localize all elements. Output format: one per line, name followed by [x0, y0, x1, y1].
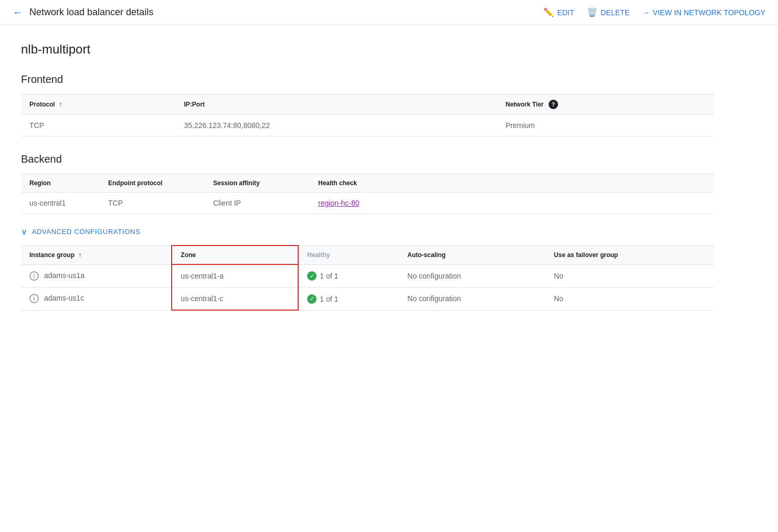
backend-col-endpoint-protocol: Endpoint protocol: [100, 174, 205, 192]
main-content: nlb-multiport Frontend Protocol ↑ IP:Por…: [0, 25, 735, 327]
backend-col-health-check: Health check: [310, 174, 415, 192]
edit-button[interactable]: ✏️ EDIT: [543, 7, 574, 17]
healthy-badge-2: ✓ 1 of 1: [307, 294, 338, 304]
check-circle-icon-2: ✓: [307, 294, 317, 304]
backend-headers: Region Endpoint protocol Session affinit…: [21, 174, 714, 193]
edit-label: EDIT: [558, 8, 574, 17]
instance-auto-scaling-2: No configuration: [399, 288, 545, 311]
top-bar: ← Network load balancer details ✏️ EDIT …: [0, 0, 778, 25]
arrow-right-icon: →: [642, 8, 649, 17]
frontend-protocol: TCP: [21, 115, 176, 136]
instance-zone-1: us-central1-a: [172, 264, 298, 288]
backend-col-region: Region: [21, 174, 100, 192]
top-actions: ✏️ EDIT 🗑️ DELETE → VIEW IN NETWORK TOPO…: [543, 7, 765, 17]
advanced-configurations-label: ADVANCED CONFIGURATIONS: [32, 228, 141, 236]
resource-name: nlb-multiport: [21, 42, 714, 57]
backend-section-title: Backend: [21, 153, 714, 165]
chevron-down-icon: ∨: [21, 227, 28, 237]
backend-col-session-affinity: Session affinity: [205, 174, 310, 192]
advanced-section: ∨ ADVANCED CONFIGURATIONS Instance group…: [21, 227, 714, 311]
page-title: Network load balancer details: [29, 7, 153, 18]
instance-col-auto-scaling: Auto-scaling: [399, 246, 545, 264]
check-circle-icon-1: ✓: [307, 271, 317, 281]
backend-section: Backend Region Endpoint protocol Session…: [21, 153, 714, 214]
info-icon-1[interactable]: i: [29, 271, 39, 281]
view-topology-button[interactable]: → VIEW IN NETWORK TOPOLOGY: [642, 8, 765, 17]
frontend-col-ip-port: IP:Port: [176, 94, 497, 115]
back-arrow-icon: ←: [13, 6, 23, 18]
back-button[interactable]: ←: [13, 6, 23, 18]
backend-row: us-central1 TCP Client IP region-hc-80: [21, 193, 714, 214]
backend-session-affinity: Client IP: [205, 193, 310, 214]
delete-label: DELETE: [601, 8, 629, 17]
network-tier-help-icon[interactable]: ?: [549, 100, 558, 109]
frontend-row: TCP 35.226.123.74:80,8080,22 Premium: [21, 115, 714, 136]
info-icon-2[interactable]: i: [29, 294, 39, 303]
instance-col-group: Instance group ↑: [21, 246, 172, 264]
instance-col-zone: Zone: [172, 246, 298, 264]
instance-group-name-1: i adams-us1a: [21, 264, 172, 288]
instance-failover-2: No: [545, 288, 714, 311]
backend-health-check-link[interactable]: region-hc-80: [310, 193, 415, 214]
backend-endpoint-protocol: TCP: [100, 193, 205, 214]
instance-auto-scaling-1: No configuration: [399, 264, 545, 288]
instance-healthy-1: ✓ 1 of 1: [298, 264, 399, 288]
frontend-network-tier: Premium: [497, 115, 714, 136]
instance-group-name-2: i adams-us1c: [21, 288, 172, 311]
instance-group-sort-icon[interactable]: ↑: [78, 251, 81, 259]
instance-failover-1: No: [545, 264, 714, 288]
delete-icon: 🗑️: [587, 7, 597, 17]
frontend-section-title: Frontend: [21, 73, 714, 86]
view-topology-label: VIEW IN NETWORK TOPOLOGY: [653, 8, 765, 17]
frontend-table: Protocol ↑ IP:Port Network Tier ? TCP 35…: [21, 94, 714, 136]
instance-row-2: i adams-us1c us-central1-c ✓ 1 of 1 No c…: [21, 288, 714, 311]
sort-icon[interactable]: ↑: [59, 101, 62, 108]
instance-col-healthy: Healthy: [298, 246, 399, 264]
instance-col-failover: Use as failover group: [545, 246, 714, 264]
frontend-col-network-tier: Network Tier ?: [497, 94, 714, 115]
frontend-section: Frontend Protocol ↑ IP:Port Network Tier…: [21, 73, 714, 136]
advanced-configurations-toggle[interactable]: ∨ ADVANCED CONFIGURATIONS: [21, 227, 714, 237]
delete-button[interactable]: 🗑️ DELETE: [587, 7, 629, 17]
healthy-badge-1: ✓ 1 of 1: [307, 271, 338, 281]
frontend-col-protocol: Protocol ↑: [21, 94, 176, 115]
instance-group-table: Instance group ↑ Zone Healthy Auto-scali…: [21, 245, 714, 311]
top-bar-left: ← Network load balancer details: [13, 6, 535, 18]
edit-icon: ✏️: [543, 7, 554, 17]
instance-zone-2: us-central1-c: [172, 288, 298, 311]
backend-region: us-central1: [21, 193, 100, 214]
frontend-ip-port: 35.226.123.74:80,8080,22: [176, 115, 497, 136]
instance-row-1: i adams-us1a us-central1-a ✓ 1 of 1 No c…: [21, 264, 714, 288]
instance-healthy-2: ✓ 1 of 1: [298, 288, 399, 311]
